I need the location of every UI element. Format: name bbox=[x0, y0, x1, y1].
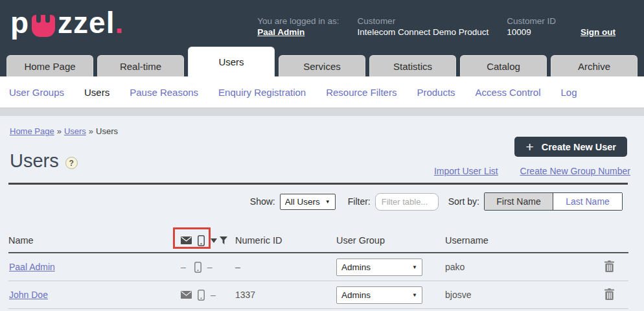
chevron-down-icon: ▼ bbox=[412, 264, 417, 270]
user-name-link[interactable]: Paal Admin bbox=[9, 262, 55, 272]
sign-out-block: Sign out bbox=[581, 16, 615, 38]
table-row: John Doe – 1337 Admins ▼ bjosve bbox=[8, 281, 628, 309]
tab-real-time[interactable]: Real-time bbox=[97, 55, 184, 76]
breadcrumb-home-page[interactable]: Home Page bbox=[10, 126, 54, 136]
contact-icons-cell: – bbox=[181, 290, 235, 301]
sort-first-name-button[interactable]: First Name bbox=[485, 193, 553, 210]
tab-users[interactable]: Users bbox=[188, 47, 275, 76]
chevron-down-icon: ▼ bbox=[412, 292, 417, 298]
user-group-select[interactable]: Admins ▼ bbox=[336, 259, 422, 276]
logged-in-user-link[interactable]: Paal Admin bbox=[257, 27, 305, 37]
col-header-name[interactable]: Name bbox=[8, 235, 181, 246]
subnav-enquiry-registration[interactable]: Enquiry Registration bbox=[218, 87, 306, 98]
third-col-empty-value: – bbox=[207, 262, 213, 272]
filter-funnel-icon[interactable] bbox=[220, 236, 227, 244]
top-header: p zzel . You are logged in as: Paal Admi… bbox=[0, 0, 644, 45]
subnav-access-control[interactable]: Access Control bbox=[476, 87, 541, 98]
create-new-group-number-link[interactable]: Create New Group Number bbox=[520, 166, 630, 176]
username-cell: pako bbox=[445, 262, 602, 272]
subnav-pause-reasons[interactable]: Pause Reasons bbox=[130, 87, 198, 98]
delete-user-button[interactable] bbox=[602, 288, 628, 302]
email-empty-value: – bbox=[181, 262, 186, 272]
user-name-cell: Paal Admin bbox=[8, 262, 181, 272]
sort-triangle-icon[interactable] bbox=[211, 237, 217, 244]
tab-statistics[interactable]: Statistics bbox=[369, 55, 456, 76]
breadcrumb: Home Page»Users»Users bbox=[10, 126, 118, 136]
envelope-icon bbox=[181, 291, 192, 299]
subnav-users[interactable]: Users bbox=[84, 87, 109, 98]
envelope-icon bbox=[181, 236, 192, 244]
page-title: Users bbox=[10, 150, 59, 172]
user-group-select[interactable]: Admins ▼ bbox=[336, 286, 422, 304]
sort-last-name-button[interactable]: Last Name bbox=[553, 193, 622, 210]
show-select[interactable]: All Users ▼ bbox=[280, 194, 336, 210]
tab-catalog[interactable]: Catalog bbox=[460, 55, 547, 76]
delete-user-button[interactable] bbox=[602, 260, 628, 274]
logo-text-p: p bbox=[10, 0, 29, 45]
sort-toggle-group: First Name Last Name bbox=[484, 192, 623, 211]
plus-icon: + bbox=[525, 140, 533, 154]
sub-nav: User Groups Users Pause Reasons Enquiry … bbox=[0, 76, 644, 108]
tab-home-page[interactable]: Home Page bbox=[6, 55, 93, 76]
subnav-log[interactable]: Log bbox=[560, 87, 577, 98]
filter-table-input[interactable] bbox=[375, 193, 439, 211]
breadcrumb-separator: » bbox=[89, 126, 93, 136]
trash-icon bbox=[604, 260, 614, 274]
logo-text-zzel: zzel bbox=[58, 0, 115, 45]
customer-id-label: Customer ID bbox=[507, 16, 556, 27]
tab-archive[interactable]: Archive bbox=[551, 55, 638, 76]
logo-dot: . bbox=[115, 0, 124, 45]
mobile-icon bbox=[194, 262, 201, 273]
create-new-user-button[interactable]: + Create New User bbox=[514, 137, 627, 157]
user-group-cell: Admins ▼ bbox=[336, 286, 445, 304]
chevron-down-icon: ▼ bbox=[325, 199, 330, 205]
breadcrumb-current: Users bbox=[96, 126, 118, 136]
col-header-icons bbox=[181, 235, 235, 246]
title-row: Users ? bbox=[10, 150, 78, 172]
subnav-resource-filters[interactable]: Resource Filters bbox=[326, 87, 397, 98]
logo-u-icon bbox=[32, 15, 55, 37]
puzzel-logo: p zzel . bbox=[10, 0, 124, 45]
filter-label: Filter: bbox=[348, 196, 371, 207]
import-user-list-link[interactable]: Import User List bbox=[434, 166, 498, 176]
main-tab-bar: Home Page Real-time Users Services Stati… bbox=[0, 45, 644, 76]
action-links: Import User List Create New Group Number bbox=[415, 166, 630, 176]
subnav-products[interactable]: Products bbox=[417, 87, 455, 98]
breadcrumb-users[interactable]: Users bbox=[64, 126, 86, 136]
customer-block: Customer Intelecom Connect Demo Product bbox=[358, 16, 489, 38]
user-group-value: Admins bbox=[341, 290, 371, 300]
show-label: Show: bbox=[250, 196, 275, 207]
user-name-cell: John Doe bbox=[8, 290, 181, 300]
contact-icons-cell: – – bbox=[181, 262, 235, 273]
sort-by-label: Sort by: bbox=[448, 196, 479, 207]
numeric-id-cell: 1337 bbox=[235, 290, 336, 300]
logged-in-block: You are logged in as: Paal Admin bbox=[257, 16, 339, 38]
divider-band bbox=[0, 108, 644, 116]
list-controls: Show: All Users ▼ Filter: Sort by: First… bbox=[250, 192, 623, 211]
table-row: Paal Admin – – – Admins ▼ pako bbox=[8, 253, 628, 281]
create-new-user-label: Create New User bbox=[542, 142, 616, 152]
username-cell: bjosve bbox=[445, 290, 602, 300]
trash-icon bbox=[604, 288, 614, 302]
col-header-user-group[interactable]: User Group bbox=[336, 235, 445, 246]
numeric-id-cell: – bbox=[235, 262, 336, 272]
tab-services[interactable]: Services bbox=[279, 55, 365, 76]
user-name-link[interactable]: John Doe bbox=[9, 290, 48, 300]
third-col-empty-value: – bbox=[211, 290, 216, 300]
sign-out-link[interactable]: Sign out bbox=[581, 27, 615, 37]
customer-value: Intelecom Connect Demo Product bbox=[358, 27, 489, 38]
col-header-numeric-id[interactable]: Numeric ID bbox=[235, 235, 336, 246]
content-area: Home Page»Users»Users + Create New User … bbox=[0, 116, 644, 311]
users-table: Name Numeric ID User Group Username bbox=[8, 229, 628, 309]
customer-id-value: 10009 bbox=[507, 27, 556, 38]
customer-id-block: Customer ID 10009 bbox=[507, 16, 556, 38]
help-icon[interactable]: ? bbox=[65, 157, 78, 169]
table-header-row: Name Numeric ID User Group Username bbox=[8, 229, 628, 253]
mobile-icon bbox=[198, 235, 205, 246]
mobile-icon bbox=[198, 290, 205, 301]
user-group-cell: Admins ▼ bbox=[336, 259, 445, 276]
col-header-username[interactable]: Username bbox=[445, 235, 602, 246]
subnav-user-groups[interactable]: User Groups bbox=[9, 87, 64, 98]
user-group-value: Admins bbox=[341, 262, 371, 272]
breadcrumb-separator: » bbox=[57, 126, 62, 136]
